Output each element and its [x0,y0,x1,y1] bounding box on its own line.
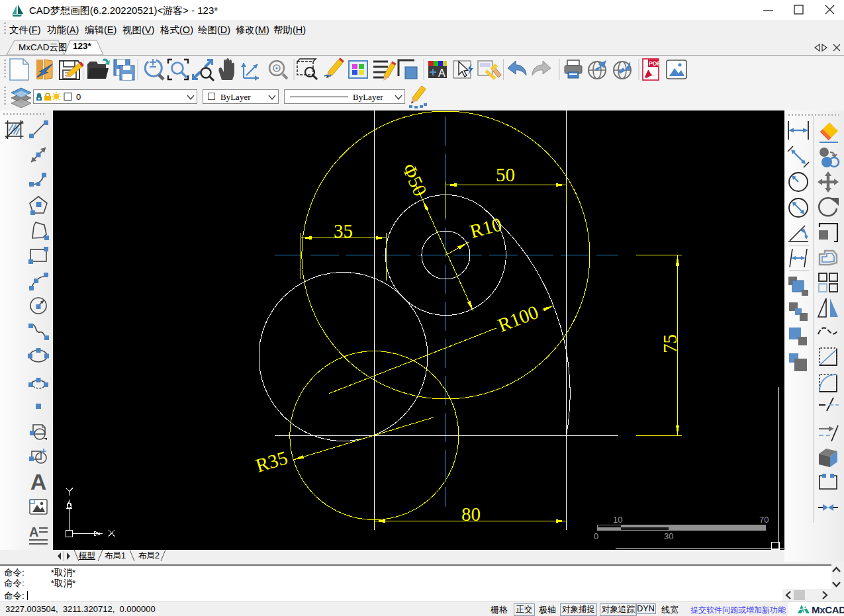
svg-text:R100: R100 [495,301,541,336]
svg-text:75: 75 [659,334,680,353]
svg-text:A: A [438,67,445,79]
svg-text:50: 50 [496,164,515,185]
svg-text:70: 70 [759,515,769,525]
svg-text:A: A [29,525,38,539]
svg-text:Φ50: Φ50 [399,160,432,199]
svg-text:R35: R35 [253,447,290,476]
svg-text:A: A [30,469,47,494]
svg-text:R10: R10 [467,213,504,242]
svg-text:PDF: PDF [649,60,661,67]
svg-text:35: 35 [334,220,353,242]
svg-text:0: 0 [594,531,598,541]
svg-text:30: 30 [664,531,673,541]
svg-text:80: 80 [461,504,481,525]
svg-text:10: 10 [613,515,622,525]
